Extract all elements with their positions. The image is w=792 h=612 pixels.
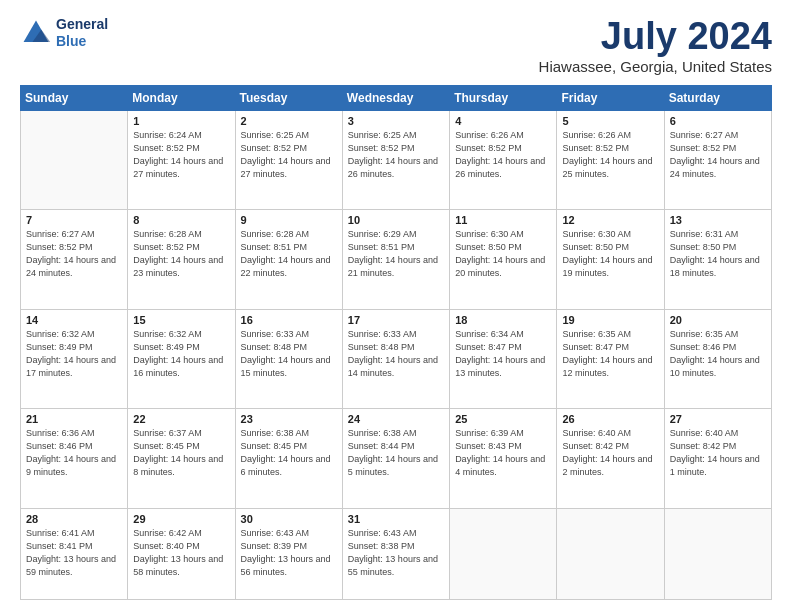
table-row [21, 110, 128, 209]
col-saturday: Saturday [664, 85, 771, 110]
table-row [557, 508, 664, 599]
logo-text: General Blue [56, 16, 108, 50]
table-row: 28 Sunrise: 6:41 AM Sunset: 8:41 PM Dayl… [21, 508, 128, 599]
table-row: 8 Sunrise: 6:28 AM Sunset: 8:52 PM Dayli… [128, 210, 235, 309]
main-title: July 2024 [539, 16, 772, 58]
table-row: 19 Sunrise: 6:35 AM Sunset: 8:47 PM Dayl… [557, 309, 664, 408]
table-row: 20 Sunrise: 6:35 AM Sunset: 8:46 PM Dayl… [664, 309, 771, 408]
table-row: 22 Sunrise: 6:37 AM Sunset: 8:45 PM Dayl… [128, 409, 235, 508]
table-row: 1 Sunrise: 6:24 AM Sunset: 8:52 PM Dayli… [128, 110, 235, 209]
logo: General Blue [20, 16, 108, 50]
logo-icon [20, 17, 52, 49]
col-friday: Friday [557, 85, 664, 110]
table-row: 16 Sunrise: 6:33 AM Sunset: 8:48 PM Dayl… [235, 309, 342, 408]
table-row [664, 508, 771, 599]
table-row: 31 Sunrise: 6:43 AM Sunset: 8:38 PM Dayl… [342, 508, 449, 599]
table-row: 3 Sunrise: 6:25 AM Sunset: 8:52 PM Dayli… [342, 110, 449, 209]
table-row: 12 Sunrise: 6:30 AM Sunset: 8:50 PM Dayl… [557, 210, 664, 309]
table-row: 30 Sunrise: 6:43 AM Sunset: 8:39 PM Dayl… [235, 508, 342, 599]
title-block: July 2024 Hiawassee, Georgia, United Sta… [539, 16, 772, 75]
table-row: 15 Sunrise: 6:32 AM Sunset: 8:49 PM Dayl… [128, 309, 235, 408]
col-tuesday: Tuesday [235, 85, 342, 110]
table-row: 17 Sunrise: 6:33 AM Sunset: 8:48 PM Dayl… [342, 309, 449, 408]
table-row: 21 Sunrise: 6:36 AM Sunset: 8:46 PM Dayl… [21, 409, 128, 508]
col-monday: Monday [128, 85, 235, 110]
calendar-header-row: Sunday Monday Tuesday Wednesday Thursday… [21, 85, 772, 110]
subtitle: Hiawassee, Georgia, United States [539, 58, 772, 75]
col-sunday: Sunday [21, 85, 128, 110]
table-row [450, 508, 557, 599]
page: General Blue July 2024 Hiawassee, Georgi… [0, 0, 792, 612]
table-row: 6 Sunrise: 6:27 AM Sunset: 8:52 PM Dayli… [664, 110, 771, 209]
table-row: 26 Sunrise: 6:40 AM Sunset: 8:42 PM Dayl… [557, 409, 664, 508]
header: General Blue July 2024 Hiawassee, Georgi… [20, 16, 772, 75]
table-row: 2 Sunrise: 6:25 AM Sunset: 8:52 PM Dayli… [235, 110, 342, 209]
table-row: 13 Sunrise: 6:31 AM Sunset: 8:50 PM Dayl… [664, 210, 771, 309]
table-row: 24 Sunrise: 6:38 AM Sunset: 8:44 PM Dayl… [342, 409, 449, 508]
table-row: 7 Sunrise: 6:27 AM Sunset: 8:52 PM Dayli… [21, 210, 128, 309]
calendar-table: Sunday Monday Tuesday Wednesday Thursday… [20, 85, 772, 600]
table-row: 18 Sunrise: 6:34 AM Sunset: 8:47 PM Dayl… [450, 309, 557, 408]
table-row: 9 Sunrise: 6:28 AM Sunset: 8:51 PM Dayli… [235, 210, 342, 309]
col-wednesday: Wednesday [342, 85, 449, 110]
table-row: 4 Sunrise: 6:26 AM Sunset: 8:52 PM Dayli… [450, 110, 557, 209]
col-thursday: Thursday [450, 85, 557, 110]
table-row: 10 Sunrise: 6:29 AM Sunset: 8:51 PM Dayl… [342, 210, 449, 309]
table-row: 25 Sunrise: 6:39 AM Sunset: 8:43 PM Dayl… [450, 409, 557, 508]
table-row: 5 Sunrise: 6:26 AM Sunset: 8:52 PM Dayli… [557, 110, 664, 209]
table-row: 23 Sunrise: 6:38 AM Sunset: 8:45 PM Dayl… [235, 409, 342, 508]
table-row: 14 Sunrise: 6:32 AM Sunset: 8:49 PM Dayl… [21, 309, 128, 408]
table-row: 11 Sunrise: 6:30 AM Sunset: 8:50 PM Dayl… [450, 210, 557, 309]
table-row: 27 Sunrise: 6:40 AM Sunset: 8:42 PM Dayl… [664, 409, 771, 508]
table-row: 29 Sunrise: 6:42 AM Sunset: 8:40 PM Dayl… [128, 508, 235, 599]
